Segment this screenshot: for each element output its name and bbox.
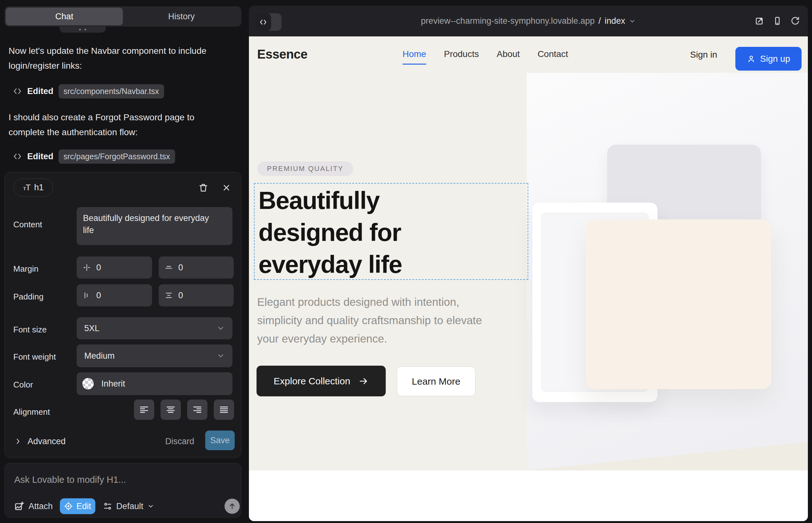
align-center-icon [165,404,176,415]
nav-link-products[interactable]: Products [444,49,479,59]
hero-headline[interactable]: Beautifully designed for everyday life [259,184,402,281]
close-editor-button[interactable] [219,180,234,195]
padding-y-icon [164,291,173,300]
edited-file-chip[interactable]: src/pages/ForgotPassword.tsx [58,149,175,164]
attach-button[interactable]: Attach [14,498,53,515]
chevron-down-icon [629,18,636,25]
attach-image-icon [14,501,24,511]
color-label: Color [13,380,33,390]
chat-message: Now let's update the Navbar component to… [8,43,211,73]
open-external-button[interactable] [753,14,766,28]
mobile-view-button[interactable] [771,14,784,28]
edited-label: Edited [27,86,54,96]
padding-label: Padding [13,292,43,302]
code-preview-toggle[interactable] [255,13,282,31]
margin-x-value: 0 [96,263,101,273]
chat-message: I should also create a Forgot Password p… [8,110,211,140]
align-left-button[interactable] [134,399,154,420]
alignment-label: Alignment [13,407,50,417]
align-justify-button[interactable] [214,399,234,420]
padding-y-value: 0 [178,291,183,301]
url-bar[interactable]: preview--charming-site-symphony.lovable.… [421,6,636,36]
margin-x-icon [82,263,91,272]
discard-button[interactable]: Discard [163,432,196,450]
refresh-button[interactable] [789,14,802,28]
default-label: Default [116,502,143,511]
user-icon [747,54,756,63]
font-weight-select[interactable]: Medium [77,344,232,367]
margin-x-field[interactable]: 0 [77,256,152,278]
code-icon [13,152,22,161]
tab-history[interactable]: History [123,7,240,25]
align-right-icon [192,404,203,415]
send-arrow-icon [228,502,236,510]
margin-y-field[interactable]: 0 [159,256,234,278]
font-size-value: 5XL [84,324,100,333]
align-justify-icon [218,404,229,415]
nav-link-home[interactable]: Home [403,49,426,59]
learn-more-button[interactable]: Learn More [396,366,476,396]
chevron-down-icon [217,352,225,360]
edit-mode-button[interactable]: Edit [60,498,95,514]
save-button[interactable]: Save [205,431,235,450]
nav-link-about[interactable]: About [497,49,520,59]
edit-label: Edit [76,502,91,511]
default-mode-button[interactable]: Default [103,498,154,515]
attach-label: Attach [29,502,53,511]
chat-history-tabs: Chat History [4,6,241,26]
edited-file-chip[interactable]: src/components/Navbar.tsx [58,84,164,98]
hero-description: Elegant products designed with intention… [257,293,504,348]
padding-x-field[interactable]: 0 [77,284,152,306]
composer-input[interactable] [14,471,223,488]
browser-preview-window: preview--charming-site-symphony.lovable.… [249,6,808,521]
delete-element-button[interactable] [196,180,211,195]
chevron-down-icon [217,324,225,332]
sign-up-button[interactable]: Sign up [735,47,801,71]
close-icon [222,183,231,193]
premium-quality-badge: PREMIUM QUALITY [258,161,353,176]
scrolled-message-chip [59,26,106,33]
tab-chat[interactable]: Chat [6,7,123,25]
element-editor-panel: тT h1 Content Beautifully designed for e… [4,172,241,458]
margin-label: Margin [13,264,38,274]
content-label: Content [13,220,42,230]
explore-collection-button[interactable]: Explore Collection [257,366,386,396]
font-size-select[interactable]: 5XL [77,317,232,339]
content-input[interactable]: Beautifully designed for everyday life [77,207,232,245]
padding-x-icon [82,291,91,300]
refresh-icon [791,16,800,26]
edited-label: Edited [27,152,54,161]
edited-file-row: Edited src/pages/ForgotPassword.tsx [13,148,175,165]
nav-link-contact[interactable]: Contact [537,49,568,59]
site-logo[interactable]: Essence [257,47,307,61]
preview-page: Essence Home Products About Contact Sign… [249,36,808,521]
url-host: preview--charming-site-symphony.lovable.… [421,16,595,26]
padding-y-field[interactable]: 0 [159,284,234,306]
align-right-button[interactable] [187,399,208,420]
edited-file-row: Edited src/components/Navbar.tsx [13,83,164,100]
sign-up-label: Sign up [760,54,790,64]
send-button[interactable] [225,499,240,514]
headline-line: Beautifully [259,184,402,217]
site-navbar: Essence Home Products About Contact Sign… [249,36,808,73]
composer: Attach Edit Default [4,463,241,518]
arrow-right-icon [358,376,369,386]
margin-y-icon [164,263,173,272]
color-value: Inherit [101,379,125,389]
font-weight-label: Font weight [13,352,56,362]
align-center-button[interactable] [161,399,181,420]
composer-toolbar: Attach Edit Default [5,498,241,515]
chevron-right-icon [14,437,22,445]
color-field[interactable]: Inherit [77,372,232,395]
code-icon [255,13,271,31]
advanced-toggle[interactable]: Advanced [14,432,66,450]
browser-chrome: preview--charming-site-symphony.lovable.… [249,6,808,36]
decor-cream-card [586,219,771,389]
code-icon [13,86,22,96]
headline-line: designed for [259,217,402,249]
sign-in-link[interactable]: Sign in [690,50,717,60]
url-separator: / [599,16,601,26]
element-tag-label: h1 [34,183,44,193]
padding-x-value: 0 [96,291,101,301]
selected-element-tag: тT h1 [14,179,53,197]
